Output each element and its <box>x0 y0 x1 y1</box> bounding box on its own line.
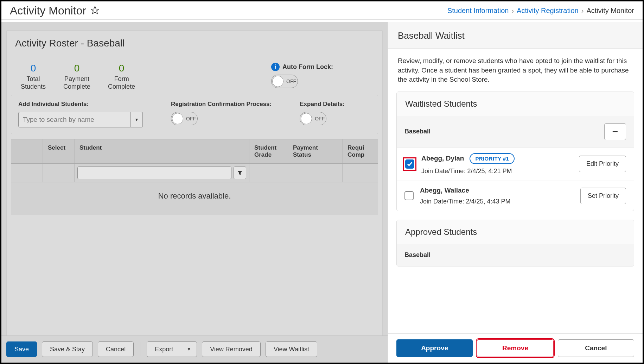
page-header: Activity Monitor Student Information › A… <box>1 1 643 20</box>
stat-value: 0 <box>21 63 46 74</box>
select-student-checkbox-highlighted <box>404 159 415 169</box>
waitlist-description: Review, modify, or remove students who h… <box>388 49 643 89</box>
page-title: Activity Monitor <box>10 4 86 17</box>
column-select[interactable]: Select <box>43 139 75 163</box>
stat-label: Total Students <box>21 75 46 90</box>
waitlisted-activity-name: Baseball <box>404 128 431 135</box>
left-footer: Save Save & Stay Cancel Export ▼ View Re… <box>1 335 388 363</box>
approved-activity-name: Baseball <box>404 251 431 259</box>
main-panel: Activity Roster - Baseball 0 Total Stude… <box>1 22 388 363</box>
select-student-checkbox[interactable] <box>405 159 414 169</box>
set-priority-button[interactable]: Set Priority <box>580 188 626 204</box>
roster-table: Select Student StudentGrade PaymentStatu… <box>11 139 378 215</box>
view-waitlist-button[interactable]: View Waitlist <box>266 341 317 357</box>
info-icon[interactable]: i <box>271 63 280 71</box>
toggle-state: OFF <box>286 79 296 84</box>
waitlisted-heading: Waitlisted Students <box>397 92 634 116</box>
approved-section: Approved Students Baseball <box>396 220 634 266</box>
chevron-right-icon: › <box>581 7 584 15</box>
join-value: 2/4/25, 4:21 PM <box>467 168 512 175</box>
stat-payment-complete[interactable]: 0 Payment Complete <box>63 63 90 90</box>
export-dropdown-button[interactable]: ▼ <box>181 341 197 357</box>
divider <box>140 342 140 356</box>
view-removed-button[interactable]: View Removed <box>202 341 261 357</box>
toggle-knob <box>272 76 283 87</box>
panel-cancel-button[interactable]: Cancel <box>558 339 634 357</box>
approve-button[interactable]: Approve <box>396 339 473 357</box>
save-button[interactable]: Save <box>6 341 37 357</box>
svg-marker-1 <box>237 171 242 175</box>
no-records-message: No records available. <box>11 182 378 215</box>
waitlist-panel: Baseball Waitlist Review, modify, or rem… <box>388 22 643 363</box>
edit-priority-button[interactable]: Edit Priority <box>579 156 626 172</box>
breadcrumb: Student Information › Activity Registrat… <box>447 7 634 15</box>
chevron-right-icon: › <box>511 7 514 15</box>
toggle-state: OFF <box>186 116 196 121</box>
select-student-checkbox[interactable] <box>404 191 414 200</box>
waitlist-student-row: Abegg, Dylan PRIORITY #1 Join Date/Time:… <box>397 148 634 181</box>
waitlist-title: Baseball Waitlist <box>398 30 633 41</box>
collapse-button[interactable]: − <box>604 123 626 140</box>
column-payment[interactable]: PaymentStatus <box>288 139 343 163</box>
student-name: Abegg, Dylan <box>421 155 464 162</box>
column-expander <box>11 139 43 163</box>
favorite-star-icon[interactable] <box>90 6 100 16</box>
expand-details-toggle[interactable]: OFF <box>300 112 326 125</box>
priority-badge: PRIORITY #1 <box>470 153 515 164</box>
approved-heading: Approved Students <box>397 220 634 244</box>
filter-icon[interactable] <box>234 167 246 179</box>
stat-label: Form Complete <box>108 75 135 90</box>
auto-form-lock-label: Auto Form Lock: <box>282 63 333 71</box>
export-button[interactable]: Export <box>147 341 181 357</box>
add-students-label: Add Individual Students: <box>18 101 143 108</box>
join-label: Join Date/Time: <box>420 198 464 205</box>
waitlist-student-row: Abegg, Wallace Join Date/Time: 2/4/25, 4… <box>397 181 634 211</box>
remove-button[interactable]: Remove <box>477 339 553 357</box>
save-stay-button[interactable]: Save & Stay <box>42 341 93 357</box>
stat-form-complete[interactable]: 0 Form Complete <box>108 63 135 90</box>
svg-marker-0 <box>91 6 99 14</box>
breadcrumb-current: Activity Monitor <box>586 7 634 15</box>
auto-form-lock-toggle[interactable]: OFF <box>271 75 298 88</box>
waitlisted-section: Waitlisted Students Baseball − Abegg, Dy… <box>396 92 634 211</box>
column-required[interactable]: RequiComp <box>343 139 378 163</box>
add-students-input[interactable] <box>18 112 131 127</box>
column-grade[interactable]: StudentGrade <box>249 139 288 163</box>
roster-title: Activity Roster - Baseball <box>15 38 374 49</box>
expand-details-label: Expand Details: <box>300 101 345 108</box>
breadcrumb-link-1[interactable]: Student Information <box>447 7 509 15</box>
reg-confirm-toggle[interactable]: OFF <box>171 112 198 125</box>
stat-label: Payment Complete <box>63 75 90 90</box>
student-filter-input[interactable] <box>77 167 231 179</box>
join-value: 2/4/25, 4:43 PM <box>466 198 510 205</box>
stat-value: 0 <box>108 63 135 74</box>
student-name: Abegg, Wallace <box>420 187 469 194</box>
toggle-state: OFF <box>315 116 325 121</box>
join-label: Join Date/Time: <box>421 168 465 175</box>
cancel-button[interactable]: Cancel <box>98 341 134 357</box>
add-students-dropdown-button[interactable]: ▼ <box>131 112 143 127</box>
stat-value: 0 <box>63 63 90 74</box>
breadcrumb-link-2[interactable]: Activity Registration <box>517 7 579 15</box>
reg-confirm-label: Registration Confirmation Process: <box>171 101 272 108</box>
waitlist-footer: Approve Remove Cancel <box>388 333 643 363</box>
stat-total-students[interactable]: 0 Total Students <box>21 63 46 90</box>
column-student[interactable]: Student <box>75 139 249 163</box>
